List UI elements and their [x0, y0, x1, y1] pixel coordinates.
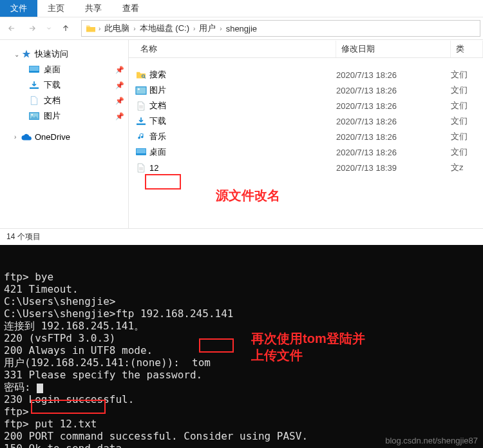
- breadcrumb-current[interactable]: shengjie: [223, 24, 260, 34]
- file-type: 文们: [451, 69, 468, 81]
- svg-rect-9: [137, 87, 146, 93]
- svg-rect-16: [137, 149, 146, 153]
- download-icon: [28, 81, 40, 90]
- file-date: 2020/7/13 18:26: [336, 70, 451, 80]
- item-count: 14 个项目: [6, 232, 41, 241]
- picture-icon: [28, 112, 40, 120]
- file-date: 2020/7/13 18:26: [336, 117, 451, 126]
- terminal-line: ftp>: [4, 405, 479, 418]
- pin-icon: 📌: [115, 81, 124, 90]
- tab-home[interactable]: 主页: [37, 0, 75, 17]
- sidebar-documents[interactable]: 文档 📌: [4, 93, 124, 108]
- file-name: 12: [147, 163, 336, 173]
- svg-rect-14: [137, 124, 146, 125]
- file-type: 文z: [451, 162, 464, 173]
- folder-icon: [84, 23, 97, 34]
- column-headers: 名称 修改日期 类: [129, 40, 483, 58]
- file-type: 文们: [451, 146, 468, 158]
- nav-up-button[interactable]: [57, 19, 75, 37]
- file-icon: [129, 131, 147, 142]
- annotation-terminal: 再次使用tom登陆并 上传文件: [251, 330, 365, 364]
- terminal[interactable]: ftp> bye421 Timeout.C:\Users\shengjie>C:…: [0, 245, 483, 448]
- terminal-line: 用户(192.168.245.141:(none)): tom: [4, 356, 479, 369]
- sidebar-pictures[interactable]: 图片 📌: [4, 108, 124, 124]
- terminal-line: ftp> bye: [4, 271, 479, 283]
- sidebar-item-label: 桌面: [40, 64, 61, 75]
- file-name: 文档: [147, 100, 336, 112]
- chevron-right-icon: ›: [14, 133, 21, 141]
- file-row[interactable]: 文档2020/7/13 18:26文们: [129, 98, 483, 113]
- terminal-line: ftp> put 12.txt: [4, 418, 479, 430]
- file-name: 下载: [147, 115, 336, 127]
- terminal-line: 连接到 192.168.245.141。: [4, 320, 479, 332]
- chevron-right-icon: ›: [132, 25, 137, 32]
- breadcrumb-this-pc[interactable]: 此电脑: [102, 23, 132, 34]
- file-name: 图片: [147, 84, 336, 96]
- file-row[interactable]: 下载2020/7/13 18:26文们: [129, 113, 483, 129]
- file-type: 文们: [451, 115, 468, 127]
- file-icon: [129, 148, 147, 156]
- address-bar[interactable]: › 此电脑 › 本地磁盘 (C:) › 用户 › shengjie: [81, 20, 480, 37]
- breadcrumb-users[interactable]: 用户: [196, 23, 218, 34]
- svg-point-5: [31, 114, 33, 116]
- nav-back-button[interactable]: [3, 19, 21, 37]
- file-row[interactable]: 搜索2020/7/13 18:26文们: [129, 67, 483, 83]
- terminal-line: C:\Users\shengjie>: [4, 295, 479, 307]
- sidebar-item-label: 下载: [40, 79, 61, 91]
- column-name[interactable]: 名称: [129, 41, 336, 57]
- terminal-line: C:\Users\shengjie>ftp 192.168.245.141: [4, 307, 479, 320]
- tab-share[interactable]: 共享: [75, 0, 112, 17]
- file-date: 2020/7/13 18:26: [336, 148, 451, 157]
- terminal-line: 密码:: [4, 381, 479, 393]
- cloud-icon: [21, 133, 32, 141]
- file-type: 文们: [451, 84, 468, 96]
- file-icon: [129, 101, 147, 111]
- sidebar-quick-access[interactable]: ⌄ 快速访问: [4, 46, 124, 62]
- tab-view[interactable]: 查看: [112, 0, 149, 17]
- file-row[interactable]: 桌面2020/7/13 18:26文们: [129, 144, 483, 160]
- file-name: 音乐: [147, 131, 336, 142]
- sidebar-onedrive[interactable]: › OneDrive: [4, 130, 124, 144]
- watermark: blog.csdn.net/shengjie87: [385, 436, 478, 445]
- file-row[interactable]: 音乐2020/7/13 18:26文们: [129, 129, 483, 144]
- chevron-right-icon: ›: [97, 25, 102, 32]
- star-icon: [21, 49, 32, 59]
- toolbar: › 此电脑 › 本地磁盘 (C:) › 用户 › shengjie: [0, 17, 483, 40]
- terminal-line: 200 Always in UTF8 mode.: [4, 344, 479, 356]
- file-row[interactable]: 122020/7/13 18:39文z: [129, 160, 483, 175]
- status-bar: 14 个项目: [0, 228, 483, 245]
- file-explorer: 文件 主页 共享 查看 › 此电脑 › 本地磁盘 (C:) › 用户 ›: [0, 0, 483, 245]
- nav-forward-button[interactable]: [23, 19, 41, 37]
- file-type: 文们: [451, 131, 468, 142]
- sidebar-desktop[interactable]: 桌面 📌: [4, 62, 124, 77]
- file-icon: [129, 86, 147, 95]
- terminal-line: 230 Login successful.: [4, 393, 479, 405]
- terminal-line: 331 Please specify the password.: [4, 369, 479, 381]
- nav-history-button[interactable]: [44, 19, 54, 37]
- column-type[interactable]: 类: [451, 41, 483, 57]
- sidebar: ⌄ 快速访问 桌面 📌 下载 📌: [0, 40, 129, 228]
- pin-icon: 📌: [115, 112, 124, 121]
- tab-file[interactable]: 文件: [0, 0, 37, 17]
- file-date: 2020/7/13 18:26: [336, 86, 451, 95]
- file-date: 2020/7/13 18:26: [336, 132, 451, 142]
- chevron-right-icon: ›: [192, 25, 196, 32]
- file-name: 桌面: [147, 146, 336, 158]
- column-date[interactable]: 修改日期: [336, 41, 451, 57]
- sidebar-item-label: 图片: [40, 110, 61, 122]
- sidebar-item-label: OneDrive: [32, 132, 70, 142]
- file-date: 2020/7/13 18:39: [336, 163, 451, 173]
- annotation-rename: 源文件改名: [216, 187, 280, 204]
- pin-icon: 📌: [115, 97, 124, 105]
- file-row[interactable]: 图片2020/7/13 18:26文们: [129, 83, 483, 98]
- terminal-line: 421 Timeout.: [4, 283, 479, 295]
- breadcrumb-drive[interactable]: 本地磁盘 (C:): [137, 23, 192, 34]
- sidebar-item-label: 文档: [40, 95, 61, 106]
- sidebar-item-label: 快速访问: [32, 48, 68, 60]
- file-list: 名称 修改日期 类 搜索2020/7/13 18:26文们图片2020/7/13…: [129, 40, 483, 228]
- file-icon: [129, 117, 147, 126]
- menubar: 文件 主页 共享 查看: [0, 0, 483, 17]
- sidebar-downloads[interactable]: 下载 📌: [4, 77, 124, 93]
- chevron-right-icon: ›: [218, 25, 223, 32]
- file-name: 搜索: [147, 69, 336, 81]
